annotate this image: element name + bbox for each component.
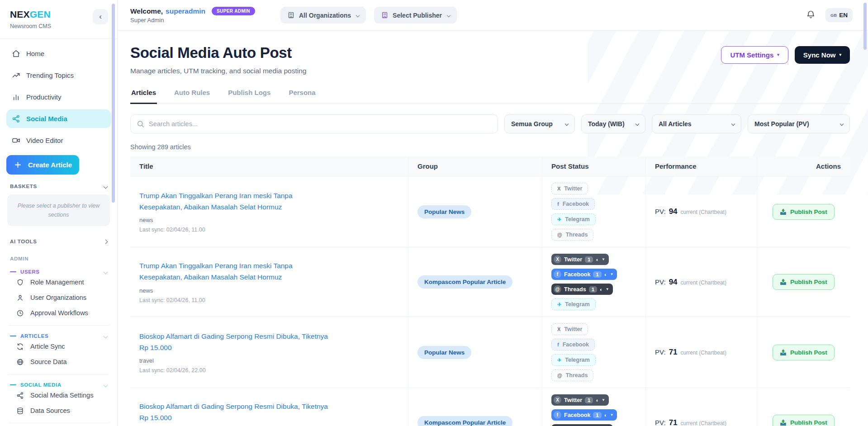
post-status-cell: XTwitter1◐▼fFacebook1◐▼@Threads1◐▼✈Teleg…: [542, 388, 646, 426]
performance-cell: PV:71current (Chartbeat): [646, 388, 757, 426]
filter-selects: Semua GroupToday (WIB)All ArticlesMost P…: [504, 114, 850, 133]
article-title-link[interactable]: Bioskop Alfamart di Gading Serpong Resmi…: [139, 331, 335, 354]
dropdown-caret-icon[interactable]: ▼: [602, 257, 605, 261]
status-label: Facebook: [564, 412, 590, 418]
post-status-cell: XTwitterfFacebook✈Telegram@Threads: [542, 176, 646, 247]
views-icon[interactable]: ◐: [596, 398, 599, 403]
admin-group-social-media[interactable]: SOCIAL MEDIA: [0, 382, 117, 388]
tab-persona[interactable]: Persona: [288, 87, 316, 104]
sidebar-item-source-data[interactable]: Source Data: [0, 354, 117, 369]
sidebar-item-data-sources[interactable]: Data Sources: [0, 403, 117, 418]
sidebar-scrollbar[interactable]: [112, 4, 115, 203]
sidebar-item-video-editor[interactable]: Video Editor: [6, 131, 111, 150]
tab-auto-rules[interactable]: Auto Rules: [173, 87, 211, 104]
divider: [8, 423, 109, 423]
search-wrap: [130, 114, 498, 133]
status-badge-threads[interactable]: @Threads1◐▼: [551, 284, 613, 295]
language-switcher[interactable]: GB EN: [825, 8, 853, 22]
sidebar-item-home[interactable]: Home: [6, 44, 111, 63]
status-badge-twitter[interactable]: XTwitter1◐▼: [551, 394, 609, 406]
chevron-down-icon: [104, 334, 108, 338]
admin-group-users[interactable]: USERS: [0, 269, 117, 275]
sidebar-item-role-management[interactable]: Role Management: [0, 275, 117, 290]
filter-select-all-articles[interactable]: All Articles: [652, 114, 741, 133]
sidebar-item-user-organizations[interactable]: User Organizations: [0, 290, 117, 305]
publish-post-label: Publish Post: [790, 208, 827, 215]
tab-publish-logs[interactable]: Publish Logs: [227, 87, 271, 104]
tab-articles[interactable]: Articles: [130, 87, 157, 104]
publish-post-button[interactable]: Publish Post: [773, 204, 835, 220]
status-badge-facebook[interactable]: fFacebook1◐▼: [551, 409, 617, 421]
views-icon[interactable]: ◐: [604, 272, 607, 277]
notifications-button[interactable]: [806, 10, 816, 21]
views-icon[interactable]: ◐: [600, 287, 603, 292]
welcome-prefix: Welcome,: [130, 7, 163, 15]
baskets-section-header[interactable]: BASKETS: [0, 184, 117, 189]
filter-select-semua-group[interactable]: Semua Group: [504, 114, 575, 133]
publish-post-button[interactable]: Publish Post: [773, 345, 835, 360]
article-title-link[interactable]: Trump Akan Tinggalkan Perang Iran meski …: [139, 260, 335, 283]
group-cell: Popular News: [408, 317, 542, 388]
sidebar-item-trending-topics[interactable]: Trending Topics: [6, 66, 111, 85]
chevron-down-icon: [565, 122, 569, 126]
publish-post-button[interactable]: Publish Post: [773, 274, 835, 290]
ai-tools-section-header[interactable]: AI TOOLS: [0, 239, 117, 244]
sync-now-button[interactable]: Sync Now ▾: [795, 46, 850, 64]
filter-select-most-popular-pv-[interactable]: Most Popular (PV): [748, 114, 850, 133]
dropdown-caret-icon[interactable]: ▼: [602, 398, 605, 402]
publish-post-button[interactable]: Publish Post: [773, 415, 835, 426]
post-status-cell: XTwitter1◐▼fFacebook1◐▼@Threads1◐▼✈Teleg…: [542, 247, 646, 317]
sidebar-item-article-sync[interactable]: Article Sync: [0, 339, 117, 354]
chart-icon: [12, 93, 20, 101]
page-scrollbar[interactable]: [863, 3, 867, 50]
dropdown-caret-icon[interactable]: ▼: [610, 272, 613, 276]
logo-part-nex: NEX: [10, 9, 30, 19]
status-badge-facebook[interactable]: fFacebook1◐▼: [551, 269, 617, 280]
pv-source: current (Chartbeat): [681, 350, 726, 356]
welcome-block: Welcome, superadmin SUPER ADMIN Super Ad…: [130, 7, 255, 24]
dropdown-caret-icon[interactable]: ▼: [606, 287, 609, 291]
admin-group-articles[interactable]: ARTICLES: [0, 333, 117, 339]
status-badge-telegram[interactable]: ✈Telegram: [551, 298, 596, 310]
status-label: Threads: [564, 286, 586, 293]
filter-select-today-wib-[interactable]: Today (WIB): [581, 114, 645, 133]
sidebar-item-social-media[interactable]: Social Media: [6, 109, 111, 128]
facebook-icon: f: [557, 342, 559, 347]
dropdown-caret-icon[interactable]: ▼: [610, 413, 613, 417]
article-title-link[interactable]: Bioskop Alfamart di Gading Serpong Resmi…: [139, 401, 335, 424]
sidebar-collapse-button[interactable]: ‹: [93, 9, 108, 24]
search-icon: [136, 120, 145, 128]
search-input[interactable]: [130, 114, 498, 133]
publisher-dropdown-label: Select Publisher: [393, 12, 442, 19]
twitter-icon: X: [557, 327, 560, 332]
create-article-button[interactable]: Create Article: [6, 155, 79, 175]
organizations-dropdown[interactable]: All Organizations: [280, 7, 366, 24]
status-badge-threads[interactable]: @Threads: [551, 369, 593, 381]
globe-icon: [16, 358, 24, 366]
sidebar-item-social-media-settings[interactable]: Social Media Settings: [0, 388, 117, 403]
status-badge-facebook[interactable]: fFacebook: [551, 339, 595, 350]
status-badge-twitter[interactable]: XTwitter: [551, 323, 588, 335]
post-count-badge: 1: [593, 271, 601, 278]
status-badge-telegram[interactable]: ✈Telegram: [551, 213, 596, 225]
welcome-line: Welcome, superadmin SUPER ADMIN: [130, 7, 255, 15]
telegram-icon: ✈: [557, 357, 561, 363]
views-icon[interactable]: ◐: [596, 257, 599, 262]
article-title-link[interactable]: Trump Akan Tinggalkan Perang Iran meski …: [139, 190, 335, 213]
status-badge-twitter[interactable]: XTwitter1◐▼: [551, 254, 609, 265]
column-header-group: Group: [408, 156, 542, 176]
publisher-dropdown[interactable]: Select Publisher: [374, 7, 457, 24]
status-badge-telegram[interactable]: ✈Telegram: [551, 354, 596, 366]
views-icon[interactable]: ◐: [604, 412, 607, 418]
status-badge-facebook[interactable]: fFacebook: [551, 198, 595, 210]
sidebar-item-productivity[interactable]: Productivity: [6, 88, 111, 106]
status-badge-twitter[interactable]: XTwitter: [551, 183, 588, 194]
pv-source: current (Chartbeat): [681, 279, 726, 286]
person-icon: [16, 294, 24, 302]
sidebar-item-approval-workflows[interactable]: Approval Workflows: [0, 305, 117, 321]
utm-settings-button[interactable]: UTM Settings ▾: [721, 46, 788, 64]
status-badge-threads[interactable]: @Threads: [551, 229, 593, 241]
status-badge-threads[interactable]: @Threads1◐▼: [551, 424, 613, 426]
title-cell: Trump Akan Tinggalkan Perang Iran meski …: [130, 247, 408, 317]
utm-settings-label: UTM Settings: [730, 51, 773, 59]
